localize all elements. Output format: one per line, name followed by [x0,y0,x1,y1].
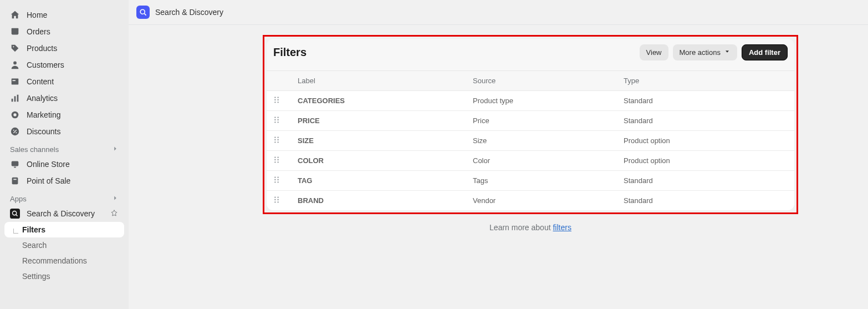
nav-subitem-filters[interactable]: Filters [4,222,124,237]
pin-icon[interactable] [110,209,119,218]
nav-online-store[interactable]: Online Store [0,156,129,173]
nav-orders[interactable]: Orders [0,23,129,40]
svg-point-43 [274,161,275,163]
filter-type: Standard [617,111,794,131]
filter-source: Product type [466,91,617,111]
svg-point-37 [274,141,275,143]
home-icon [10,10,20,20]
svg-point-26 [277,102,278,103]
svg-point-53 [274,199,275,200]
svg-point-23 [274,99,275,100]
apps-heading[interactable]: Apps [0,189,129,205]
view-button[interactable]: View [640,44,668,60]
svg-rect-5 [13,80,16,81]
filters-card-title: Filters [273,46,307,59]
search-discovery-app-icon [10,209,20,219]
more-actions-button[interactable]: More actions [673,44,737,60]
svg-point-29 [274,119,275,120]
table-row[interactable]: CATEGORIESProduct typeStandard [267,91,794,111]
svg-point-32 [277,121,278,123]
svg-point-30 [277,119,278,120]
filter-label: BRAND [291,191,466,211]
nav-point-of-sale[interactable]: Point of Sale [0,173,129,189]
discounts-icon [10,126,20,136]
svg-point-35 [274,139,275,140]
col-source: Source [466,71,617,91]
svg-rect-17 [13,179,16,180]
svg-point-51 [274,196,275,197]
svg-point-55 [274,201,275,202]
svg-point-47 [274,179,275,180]
marketing-icon [10,110,20,120]
drag-handle-icon[interactable] [273,96,280,104]
nav-subitem-search[interactable]: Search [0,237,129,253]
drag-handle-icon[interactable] [273,136,280,144]
table-row[interactable]: SIZESizeProduct option [267,131,794,151]
filters-card-highlight: Filters View More actions Add filte [263,35,798,214]
sidebar: Home Orders Products Customers Content A… [0,0,129,309]
add-filter-button[interactable]: Add filter [742,44,788,60]
nav-home[interactable]: Home [0,7,129,23]
table-row[interactable]: COLORColorProduct option [267,151,794,171]
svg-point-2 [13,46,14,47]
filter-label: TAG [291,171,466,191]
nav-subitem-recommendations[interactable]: Recommendations [0,253,129,269]
nav-customers[interactable]: Customers [0,57,129,73]
nav-discounts[interactable]: Discounts [0,123,129,140]
svg-point-36 [277,139,278,140]
nav-label: Home [27,11,47,19]
filter-type: Product option [617,131,794,151]
filters-help-link[interactable]: filters [553,223,571,232]
svg-point-39 [274,156,275,158]
nav-label: Customers [27,60,64,69]
col-label: Label [291,71,466,91]
svg-rect-16 [12,178,18,185]
nav-label: Search & Discovery [27,209,95,218]
svg-rect-14 [12,161,19,166]
filter-type: Product option [617,151,794,171]
svg-point-13 [16,132,17,133]
nav-subitem-settings[interactable]: Settings [0,269,129,284]
svg-point-25 [274,102,275,103]
drag-handle-icon[interactable] [273,196,280,204]
nav-products[interactable]: Products [0,40,129,57]
nav-label: Marketing [27,110,60,119]
sales-channels-heading[interactable]: Sales channels [0,140,129,156]
svg-point-49 [274,181,275,183]
filter-type: Standard [617,171,794,191]
nav-app-search-discovery[interactable]: Search & Discovery [0,205,129,222]
filter-source: Price [466,111,617,131]
filter-type: Standard [617,191,794,211]
svg-point-28 [277,116,278,118]
drag-handle-icon[interactable] [273,156,280,164]
nav-label: Content [27,77,54,86]
products-icon [10,43,20,53]
svg-point-31 [274,121,275,123]
nav-marketing[interactable]: Marketing [0,107,129,123]
nav-analytics[interactable]: Analytics [0,90,129,107]
svg-point-41 [274,159,275,160]
drag-handle-icon[interactable] [273,116,280,124]
table-row[interactable]: TAGTagsStandard [267,171,794,191]
nav-label: Online Store [27,160,70,169]
nav-label: Orders [27,27,50,36]
svg-point-20 [140,9,145,14]
filter-label: CATEGORIES [291,91,466,111]
customers-icon [10,60,20,70]
table-row[interactable]: PRICEPriceStandard [267,111,794,131]
nav-content[interactable]: Content [0,73,129,90]
svg-point-45 [274,176,275,178]
drag-handle-icon[interactable] [273,176,280,184]
main-content: Search & Discovery Filters View More act… [129,0,868,309]
filter-label: COLOR [291,151,466,171]
svg-rect-8 [17,95,19,102]
svg-rect-4 [12,79,19,85]
svg-point-3 [13,62,17,65]
svg-point-12 [13,130,14,131]
nav-label: Point of Sale [27,176,70,185]
table-row[interactable]: BRANDVendorStandard [267,191,794,211]
filter-type: Standard [617,91,794,111]
svg-point-33 [274,136,275,138]
col-type: Type [617,71,794,91]
page-title: Search & Discovery [155,8,223,17]
